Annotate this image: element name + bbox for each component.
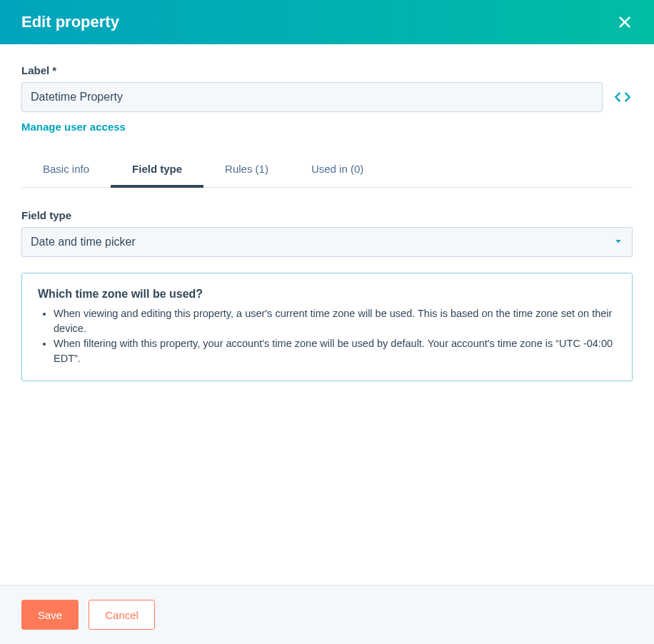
dialog-footer: Save Cancel [0,585,654,644]
dialog-content: Label * Manage user access Basic info Fi… [0,44,654,585]
code-icon[interactable] [613,88,633,106]
info-bullet: When filtering with this property, your … [54,336,616,366]
field-type-select[interactable]: Date and time picker [21,227,633,257]
field-type-selected-value: Date and time picker [31,236,136,248]
tabs: Basic info Field type Rules (1) Used in … [21,154,633,188]
label-field-label: Label * [21,64,633,76]
info-heading: Which time zone will be used? [38,288,616,301]
manage-user-access-link[interactable]: Manage user access [21,121,126,133]
cancel-button[interactable]: Cancel [89,600,155,630]
field-type-label: Field type [21,209,633,221]
close-icon[interactable] [617,14,633,30]
timezone-info-box: Which time zone will be used? When viewi… [21,273,633,381]
label-row [21,82,633,112]
dialog-title: Edit property [21,13,119,31]
tab-field-type[interactable]: Field type [111,154,203,188]
field-type-select-wrap: Date and time picker [21,227,633,257]
label-input[interactable] [21,82,603,112]
save-button[interactable]: Save [21,600,79,630]
info-list: When viewing and editing this property, … [38,306,616,366]
tab-used-in[interactable]: Used in (0) [290,154,385,188]
info-bullet: When viewing and editing this property, … [54,306,616,336]
tab-basic-info[interactable]: Basic info [21,154,111,188]
tab-rules[interactable]: Rules (1) [203,154,290,188]
dialog-header: Edit property [0,0,654,44]
